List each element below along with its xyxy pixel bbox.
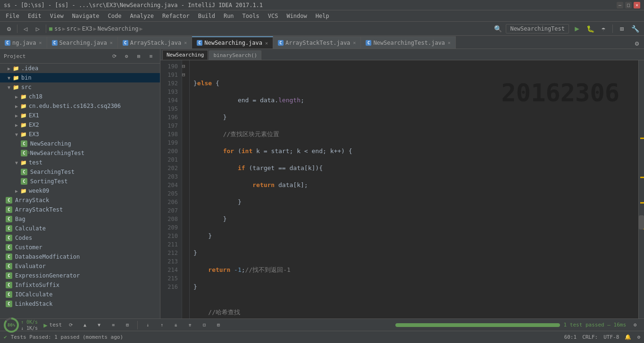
tab-close-ng[interactable]: ✕ (39, 40, 42, 45)
tree-item-newsearchingtest[interactable]: C s NewSearchingTest (0, 148, 160, 158)
tree-item-ex3[interactable]: ▼ 📁 EX3 (0, 130, 160, 139)
debug-button[interactable]: 🐛 (585, 24, 595, 34)
bottom-toolbar-btn11[interactable]: ⊞ (213, 320, 224, 330)
tree-item-idea[interactable]: ▶ 📁 .idea (0, 64, 160, 73)
breadcrumb-ss[interactable]: ss (54, 25, 61, 32)
tab-arraystacktest-java[interactable]: C ArrayStackTest.java ✕ (273, 36, 361, 49)
menu-tools[interactable]: Tools (239, 12, 263, 20)
tree-item-customer[interactable]: C Customer (0, 243, 160, 252)
breadcrumb-newsearching[interactable]: NewSearching (98, 25, 139, 32)
menu-window[interactable]: Window (283, 12, 310, 20)
bottom-toolbar-btn3[interactable]: ▼ (94, 320, 104, 330)
breadcrumb-project[interactable]: ■ (49, 25, 52, 32)
bottom-toolbar-btn7[interactable]: ↑ (157, 320, 167, 330)
tree-item-bin[interactable]: ▼ 📁 bin (0, 73, 160, 82)
menu-navigate[interactable]: Navigate (68, 12, 103, 20)
tree-item-expressiongenerator[interactable]: C ExpressionGenerator (0, 271, 160, 280)
tree-item-cn[interactable]: ▶ 📁 cn.edu.besti.cs1623.csq2306 (0, 101, 160, 111)
menu-run[interactable]: Run (220, 12, 238, 20)
menu-file[interactable]: File (2, 12, 23, 20)
close-button[interactable]: ✕ (634, 2, 640, 8)
tab-settings[interactable]: ⚙ (632, 38, 642, 49)
tree-item-test[interactable]: ▼ 📁 test (0, 158, 160, 167)
sidebar-gear-button[interactable]: ≡ (146, 51, 156, 61)
code-content[interactable]: 20162306 }else { end = data.length; } //… (190, 60, 638, 318)
tree-item-iocalculate[interactable]: C IOCalculate (0, 290, 160, 299)
scrollbar-thumb[interactable] (639, 215, 644, 229)
bottom-toolbar-btn10[interactable]: ⊡ (199, 320, 209, 330)
tree-item-ex1[interactable]: ▶ 📁 EX1 (0, 111, 160, 120)
menu-analyze[interactable]: Analyze (126, 12, 158, 20)
tree-item-week09[interactable]: ▶ 📁 week09 (0, 186, 160, 196)
menu-help[interactable]: Help (312, 12, 333, 20)
tab-newsearchingtest-java[interactable]: C NewSearchingTest.java ✕ (361, 36, 456, 49)
minimize-button[interactable]: — (617, 2, 623, 8)
tab-searching-java[interactable]: C Searching.java ✕ (47, 36, 118, 49)
tree-item-infixtosuffix[interactable]: C InfixtoSuffix (0, 280, 160, 290)
tree-item-linkedstack[interactable]: C LinkedStack (0, 299, 160, 309)
coverage-badge[interactable]: 86% (4, 318, 19, 333)
scroll-marker-3 (640, 202, 644, 204)
sidebar-settings-button[interactable]: ⚙ (121, 51, 132, 61)
tree-item-sortingtest[interactable]: C SortingTest (0, 177, 160, 186)
run-button[interactable]: ▶ (572, 24, 582, 34)
editor-tab-newsearching[interactable]: NewSearching (162, 50, 208, 60)
line-ending[interactable]: CRLF: (582, 334, 598, 340)
tree-item-codes[interactable]: C Codes (0, 233, 160, 243)
tab-close-newsearchingtest[interactable]: ✕ (448, 40, 451, 45)
sidebar-expand-button[interactable]: ⊞ (134, 51, 144, 61)
tree-item-arraystack[interactable]: C ArrayStack (0, 196, 160, 205)
tree-item-calculate[interactable]: C Calculate (0, 224, 160, 233)
tree-item-arraystacktest[interactable]: C ArrayStackTest (0, 205, 160, 214)
tab-close-searching[interactable]: ✕ (110, 40, 113, 45)
tree-item-searchingtest[interactable]: C SearchingTest (0, 167, 160, 177)
coverage-button[interactable]: ☂ (598, 24, 609, 34)
cursor-position[interactable]: 60:1 (564, 334, 577, 340)
tab-arraystack-java[interactable]: C ArrayStack.java ✕ (118, 36, 192, 49)
settings-icon[interactable]: ⚙ (637, 334, 640, 340)
run-config-dropdown[interactable]: NewSearchingTest (506, 24, 569, 33)
bottom-toolbar-btn2[interactable]: ▲ (80, 320, 90, 330)
tab-newsearching-java[interactable]: C NewSearching.java ✕ (192, 36, 273, 49)
tree-item-newsearching[interactable]: C NewSearching (0, 139, 160, 148)
breadcrumb-src[interactable]: src (67, 25, 77, 32)
menu-code[interactable]: Code (104, 12, 125, 20)
menu-edit[interactable]: Edit (24, 12, 45, 20)
tab-close-arraystack[interactable]: ✕ (184, 40, 187, 45)
tab-close-newsearching[interactable]: ✕ (265, 41, 268, 46)
toolbar-forward[interactable]: ▷ (33, 24, 43, 34)
maximize-button[interactable]: □ (625, 2, 632, 8)
tab-close-arraystacktest[interactable]: ✕ (353, 40, 356, 45)
tree-item-ex2[interactable]: ▶ 📁 EX2 (0, 120, 160, 130)
bottom-toolbar-btn5[interactable]: ⊞ (122, 320, 133, 330)
tree-item-databasemodification[interactable]: C DatabaseModfication (0, 252, 160, 261)
tree-item-ch18[interactable]: ▶ 📁 ch18 (0, 92, 160, 101)
tree-item-bag[interactable]: C Bag (0, 214, 160, 224)
toolbar-back[interactable]: ◁ (20, 24, 31, 34)
menu-view[interactable]: View (46, 12, 67, 20)
encoding[interactable]: UTF-8 (603, 334, 619, 340)
breadcrumb-ex3[interactable]: EX3 (82, 25, 92, 32)
tab-ng-java[interactable]: C ng.java ✕ (0, 36, 47, 49)
bottom-toolbar-btn1[interactable]: ⟳ (66, 320, 76, 330)
settings-button[interactable]: 🔧 (630, 24, 640, 34)
tree-item-evaluator[interactable]: C Evaluator (0, 261, 160, 271)
notification-icon[interactable]: 🔔 (625, 334, 631, 340)
bottom-toolbar-btn6[interactable]: ↓ (142, 320, 153, 330)
scrollbar[interactable] (638, 60, 644, 318)
toolbar-search[interactable]: 🔍 (493, 24, 503, 34)
editor-tab-binarysearch[interactable]: binarySearch() (209, 50, 261, 60)
tree-item-src[interactable]: ▼ 📁 src (0, 82, 160, 92)
bottom-toolbar-btn8[interactable]: ⇊ (171, 320, 181, 330)
bottom-settings-btn[interactable]: ⚙ (630, 320, 640, 330)
sidebar-sync-button[interactable]: ⟳ (109, 51, 119, 61)
java-icon-newsearching: C (21, 140, 27, 147)
code-area[interactable]: 190 191 192 193 194 195 196 197 198 199 … (160, 60, 638, 318)
menu-build[interactable]: Build (194, 12, 219, 20)
menu-refactor[interactable]: Refactor (159, 12, 193, 20)
bottom-toolbar-btn4[interactable]: ≡ (108, 320, 118, 330)
layout-button[interactable]: ⊞ (617, 24, 627, 34)
toolbar-btn-1[interactable]: ⚙ (4, 24, 14, 34)
bottom-toolbar-btn9[interactable]: ⇈ (185, 320, 195, 330)
menu-vcs[interactable]: VCS (264, 12, 282, 20)
